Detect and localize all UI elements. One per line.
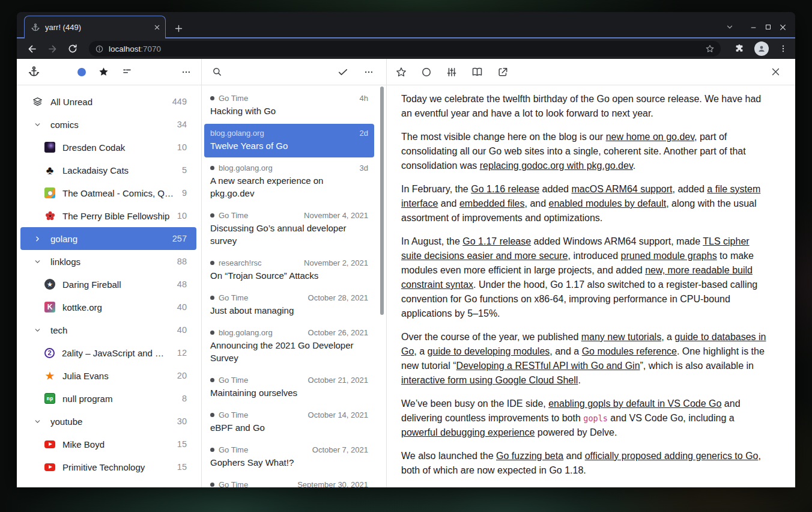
tab-close-icon[interactable] bbox=[154, 24, 160, 31]
browser-tab[interactable]: yarr! (449) bbox=[24, 16, 166, 38]
chevron-right-icon[interactable] bbox=[31, 235, 43, 243]
article-list-item-go-on-hardware-tinygo-in-the-wild[interactable]: Go TimeSeptember 30, 2021Go on hardware:… bbox=[204, 475, 374, 487]
article-text: , a bbox=[661, 332, 674, 342]
article-list-item-maintaining-ourselves[interactable]: Go TimeOctober 21, 2021Maintaining ourse… bbox=[204, 371, 374, 404]
sidebar-item-kottke-org[interactable]: Kkottke.org40 bbox=[20, 296, 196, 318]
article-link[interactable]: pruned module graphs bbox=[621, 251, 717, 261]
sidebar-item-null-program[interactable]: npnull program8 bbox=[20, 387, 196, 410]
sidebar-item-comics[interactable]: comics34 bbox=[20, 113, 196, 136]
article-text: added bbox=[539, 184, 571, 194]
sidebar-item-julia-evans[interactable]: ★Julia Evans20 bbox=[20, 364, 196, 387]
site-info-icon[interactable] bbox=[95, 44, 104, 53]
open-external-link-icon[interactable] bbox=[497, 66, 509, 78]
sidebar-item-2ality-javascript-and-more[interactable]: 22ality – JavaScript and more12 bbox=[20, 341, 196, 364]
window-maximize-button[interactable] bbox=[765, 23, 772, 31]
article-list: Go Time4hHacking with Goblog.golang.org2… bbox=[202, 85, 386, 487]
chevron-down-icon[interactable] bbox=[31, 121, 43, 129]
sidebar-item-dresden-codak[interactable]: Dresden Codak10 bbox=[20, 136, 196, 159]
sidebar-menu-icon[interactable] bbox=[181, 67, 192, 78]
article-link[interactable]: new home on go.dev bbox=[606, 132, 694, 142]
back-button[interactable] bbox=[23, 40, 41, 57]
sidebar-item-linklogs[interactable]: linklogs88 bbox=[20, 250, 196, 273]
reader-view-book-icon[interactable] bbox=[471, 66, 483, 78]
article-feed-name: Go Time bbox=[219, 480, 290, 487]
oatmeal-favicon bbox=[44, 187, 55, 198]
sidebar-item-youtube[interactable]: youtube30 bbox=[20, 410, 196, 433]
article-feed-name: Go Time bbox=[219, 410, 301, 419]
article-link[interactable]: interactive form using Google Cloud Shel… bbox=[401, 375, 578, 385]
new-tab-button[interactable] bbox=[174, 24, 183, 33]
article-list-item-gophers-say-what[interactable]: Go TimeOctober 7, 2021Gophers Say What!? bbox=[204, 440, 374, 474]
search-icon[interactable] bbox=[211, 66, 223, 78]
mark-all-read-check-icon[interactable] bbox=[337, 66, 349, 78]
sidebar-item-the-oatmeal-comics-quizze[interactable]: The Oatmeal - Comics, Quizze...9 bbox=[20, 181, 196, 204]
article-list-item-ebpf-and-go[interactable]: Go TimeOctober 14, 2021eBPF and Go bbox=[204, 406, 374, 439]
article-title: Gophers Say What!? bbox=[210, 456, 368, 469]
article-list-item-announcing-the-2021-go-developer-survey[interactable]: blog.golang.orgOctober 26, 2021Announcin… bbox=[204, 323, 374, 370]
article-link[interactable]: officially proposed adding generics to G… bbox=[585, 451, 759, 461]
profile-avatar[interactable] bbox=[754, 41, 769, 56]
article-list-item-twelve-years-of-go[interactable]: blog.golang.org2dTwelve Years of Go bbox=[204, 124, 374, 157]
extensions-puzzle-icon[interactable] bbox=[734, 43, 745, 54]
unread-count: 9 bbox=[182, 188, 187, 198]
article-text: . bbox=[578, 375, 580, 385]
sidebar-item-all-unread[interactable]: All Unread449 bbox=[20, 90, 196, 113]
feed-label: Lackadaisy Cats bbox=[62, 165, 176, 175]
article-link[interactable]: many new tutorials bbox=[581, 332, 661, 342]
article-text: In February, the bbox=[401, 184, 471, 194]
tab-search-chevron-icon[interactable] bbox=[726, 23, 734, 31]
close-article-icon[interactable] bbox=[771, 67, 781, 77]
article-text: Over the course of the year, we publishe… bbox=[401, 332, 581, 342]
chevron-down-icon[interactable] bbox=[31, 258, 43, 266]
reload-button[interactable] bbox=[64, 40, 82, 57]
article-link[interactable]: Go 1.17 release bbox=[462, 236, 531, 246]
sidebar-item-the-perry-bible-fellowship[interactable]: The Perry Bible Fellowship10 bbox=[20, 204, 196, 227]
sidebar-item-daring-fireball[interactable]: ★Daring Fireball48 bbox=[20, 273, 196, 296]
article-link[interactable]: Go modules reference bbox=[582, 346, 677, 356]
article-list-item-just-about-managing[interactable]: Go TimeOctober 28, 2021Just about managi… bbox=[204, 288, 374, 322]
sidebar-item-lackadaisy-cats[interactable]: ♣Lackadaisy Cats5 bbox=[20, 159, 196, 181]
article-link[interactable]: Go fuzzing beta bbox=[496, 451, 563, 461]
sidebar-item-mike-boyd[interactable]: Mike Boyd15 bbox=[20, 433, 196, 456]
article-list-item-hacking-with-go[interactable]: Go Time4hHacking with Go bbox=[204, 89, 374, 123]
chevron-down-icon[interactable] bbox=[31, 326, 43, 334]
article-list-item-on-trojan-source-attacks[interactable]: research!rscNovember 2, 2021On “Trojan S… bbox=[204, 254, 374, 287]
bookmark-star-icon[interactable] bbox=[705, 44, 715, 53]
window-close-button[interactable] bbox=[779, 23, 787, 31]
article-link[interactable]: macOS ARM64 support bbox=[571, 184, 672, 194]
article-link[interactable]: embedded files bbox=[459, 198, 525, 209]
article-link[interactable]: Go 1.16 release bbox=[471, 184, 539, 194]
article-link[interactable]: guide to developing modules bbox=[428, 346, 550, 356]
browser-window: yarr! (449) bbox=[17, 12, 795, 487]
article-link[interactable]: powerful debugging experience bbox=[401, 427, 535, 437]
article-list-item-a-new-search-experience-on-pkg-go-dev[interactable]: blog.golang.org3dA new search experience… bbox=[204, 159, 374, 205]
favorite-star-icon[interactable] bbox=[395, 66, 407, 78]
article-date: 4h bbox=[360, 94, 368, 103]
article-link[interactable]: replacing godoc.org with pkg.go.dev bbox=[480, 160, 633, 171]
forward-button[interactable] bbox=[43, 40, 61, 57]
sidebar-item-primitive-technology[interactable]: Primitive Technology15 bbox=[20, 456, 196, 478]
display-settings-sliders-icon[interactable] bbox=[446, 66, 458, 78]
article-link[interactable]: enabled modules by default bbox=[549, 198, 667, 209]
list-scrollbar[interactable] bbox=[380, 87, 384, 315]
article-title: Maintaining ourselves bbox=[210, 386, 368, 399]
filter-all-items-icon[interactable] bbox=[121, 66, 133, 78]
filter-starred-icon[interactable] bbox=[98, 66, 109, 78]
article-link[interactable]: Developing a RESTful API with Go and Gin bbox=[456, 361, 640, 371]
filter-unread-icon[interactable] bbox=[77, 68, 86, 76]
browser-menu-kebab-icon[interactable] bbox=[778, 44, 788, 53]
article-text: , added bbox=[673, 184, 707, 194]
article-link[interactable]: enabling gopls by default in VS Code Go bbox=[548, 398, 721, 409]
article-date: 3d bbox=[360, 163, 368, 172]
mark-unread-circle-icon[interactable] bbox=[420, 66, 432, 78]
chevron-down-icon[interactable] bbox=[31, 418, 43, 425]
sidebar-item-tech[interactable]: tech40 bbox=[20, 318, 196, 341]
address-bar[interactable]: localhost:7070 bbox=[89, 41, 721, 56]
article-date: September 30, 2021 bbox=[297, 480, 368, 487]
unread-dot bbox=[210, 213, 214, 218]
feed-label: The Perry Bible Fellowship bbox=[62, 211, 171, 221]
window-minimize-button[interactable] bbox=[750, 23, 757, 31]
article-list-item-discussing-go-s-annual-developer-survey[interactable]: Go TimeNovember 4, 2021Discussing Go’s a… bbox=[204, 206, 374, 252]
sidebar-item-golang[interactable]: golang257 bbox=[20, 227, 196, 250]
list-menu-icon[interactable] bbox=[363, 67, 374, 78]
